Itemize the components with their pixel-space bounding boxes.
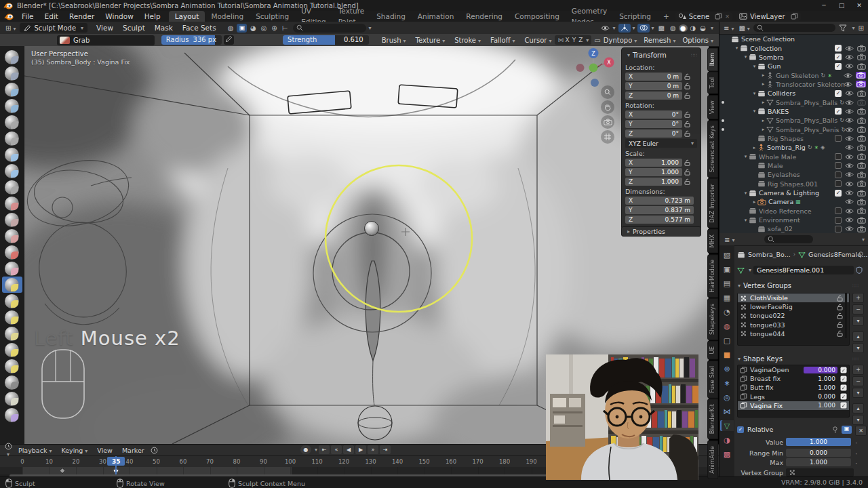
transform-field[interactable]: Z0° — [625, 129, 682, 138]
expand-icon[interactable]: ▾ — [743, 154, 749, 159]
sidebar-tab-blenderkit[interactable]: BlenderKit — [707, 399, 718, 439]
properties-collapsed-panel[interactable]: ▸ Properties — [621, 226, 701, 237]
lock-open-icon[interactable] — [837, 295, 843, 302]
expand-icon[interactable]: ▸ — [760, 127, 766, 132]
shape-key-move-up-button[interactable]: ▴ — [852, 403, 864, 413]
camera-toggle-icon[interactable] — [856, 81, 866, 87]
record-button[interactable]: ● — [300, 445, 311, 454]
workspace-tab-compositing[interactable]: Compositing — [509, 11, 566, 22]
next-keyframe-button[interactable]: » — [368, 445, 378, 454]
properties-tab-scene[interactable]: ◔ — [720, 306, 734, 317]
paint-mask-toggle[interactable]: ▣ — [237, 24, 247, 33]
eye-icon[interactable] — [845, 117, 854, 123]
viewport-menu-view[interactable]: View — [92, 22, 118, 34]
brush-cloth[interactable] — [2, 407, 22, 423]
editor-type-icon[interactable]: ≣▾ — [723, 236, 736, 243]
properties-tab-material[interactable]: ◑ — [720, 434, 734, 445]
shape-key-mute-checkbox[interactable]: ✓ — [841, 375, 847, 382]
brush-inflate[interactable] — [2, 146, 22, 163]
lock-open-icon[interactable] — [684, 92, 690, 99]
expand-icon[interactable]: ▾ — [734, 45, 740, 51]
timeline-menu-view[interactable]: View — [92, 447, 117, 454]
properties-tab-collection[interactable]: ▢ — [720, 335, 734, 346]
dropdown-stroke[interactable]: Stroke▾ — [451, 37, 484, 44]
play-button[interactable]: ▶ — [355, 445, 366, 454]
properties-tab-tool[interactable]: ▧ — [720, 249, 734, 260]
shape-key-row[interactable]: VaginaOpen0.000✓ — [738, 365, 849, 374]
xray-toggle[interactable]: ▩ — [657, 24, 666, 32]
copy-icon[interactable] — [715, 13, 722, 20]
outliner-row[interactable]: Rig Shapes — [719, 134, 868, 143]
jump-end-button[interactable]: ⇥ — [380, 445, 391, 454]
shape-key-specials-button[interactable]: ▾ — [852, 388, 864, 398]
expand-icon[interactable]: ▸ — [751, 199, 757, 205]
eye-icon[interactable] — [845, 144, 854, 150]
lock-open-icon[interactable] — [684, 73, 690, 80]
transform-field[interactable]: Y0.837 m — [625, 206, 694, 214]
outliner-row[interactable]: ▸Sombra_Phys_Penis↻ — [719, 125, 868, 134]
shape-key-value[interactable]: 0.000 — [804, 393, 837, 400]
properties-tab-physics[interactable]: ◎ — [720, 392, 734, 403]
outliner-row[interactable]: ▾Environment — [719, 216, 868, 224]
outliner-row[interactable]: ▸Sombra_Rig↻∗◈ — [719, 143, 868, 152]
shape-key-value[interactable]: 1.000 — [804, 375, 837, 382]
filter-funnel-icon[interactable] — [837, 24, 848, 32]
exclude-checkbox[interactable] — [835, 217, 842, 224]
camera-toggle-icon[interactable] — [857, 90, 866, 97]
lock-open-icon[interactable] — [837, 321, 843, 328]
add-workspace-button[interactable]: + — [657, 11, 675, 22]
exclude-checkbox[interactable] — [835, 162, 842, 169]
transform-field[interactable]: X0° — [625, 110, 682, 119]
brush-selector[interactable]: Grab — [57, 35, 155, 45]
lock-open-icon[interactable] — [837, 304, 843, 310]
outliner-row[interactable]: ▸Camera▦ — [719, 197, 868, 206]
radius-slider[interactable]: Radius 336 px — [161, 35, 222, 45]
outliner-row[interactable]: ▸Translocator Skeleton — [719, 80, 868, 89]
eye-icon[interactable] — [845, 127, 854, 133]
eye-icon[interactable] — [845, 181, 854, 187]
exclude-checkbox[interactable]: ✓ — [835, 190, 842, 197]
range-min-field[interactable]: 0.000 — [786, 449, 851, 457]
camera-toggle-icon[interactable] — [857, 162, 866, 169]
eye-icon[interactable] — [845, 108, 854, 115]
eye-icon[interactable] — [844, 73, 852, 79]
brush-blob[interactable] — [2, 163, 22, 179]
camera-toggle-icon[interactable] — [857, 199, 866, 205]
viewport-menu-mask[interactable]: Mask — [150, 22, 178, 34]
expand-icon[interactable]: ▸ — [751, 145, 757, 150]
fade-toggle[interactable]: ▭ — [593, 37, 601, 44]
brush-pose[interactable] — [2, 342, 22, 358]
eye-icon[interactable] — [845, 154, 854, 160]
expand-icon[interactable]: ▾ — [743, 190, 749, 196]
lock-open-icon[interactable] — [684, 130, 690, 137]
expand-icon[interactable]: ▾ — [743, 54, 749, 60]
workspace-tab-rendering[interactable]: Rendering — [460, 11, 509, 22]
outliner-row[interactable]: Scene Collection — [719, 35, 868, 43]
strength-slider[interactable]: Strength 0.610 — [283, 35, 369, 45]
datablock-name-field[interactable]: Genesis8Female.001 — [753, 266, 854, 274]
camera-toggle-icon[interactable] — [857, 117, 866, 124]
shading-material-button[interactable]: ◑ — [689, 24, 698, 32]
sidebar-tab-fuse-skel[interactable]: Fuse Skel — [707, 361, 718, 399]
radius-pressure-toggle[interactable] — [224, 35, 234, 45]
brush-elastic-deform[interactable] — [2, 293, 22, 309]
brush-crease[interactable] — [2, 179, 22, 195]
vertex-group-remove-button[interactable]: − — [852, 304, 864, 314]
shape-key-row[interactable]: Vagina Fix1.000✓ — [738, 401, 849, 410]
camera-toggle-icon[interactable] — [857, 226, 866, 232]
shape-key-row[interactable]: Breast fix1.000✓ — [738, 374, 849, 383]
shape-key-mute-checkbox[interactable]: ✓ — [841, 367, 847, 373]
workspace-tab-shading[interactable]: Shading — [370, 11, 412, 22]
brush-thumb[interactable] — [2, 325, 22, 342]
brush-nudge[interactable] — [2, 358, 22, 374]
vertex-group-add-button[interactable]: + — [852, 293, 864, 303]
overlays-toggle[interactable] — [637, 24, 650, 33]
dropdown-brush[interactable]: Brush▾ — [378, 37, 410, 44]
vertex-group-row[interactable]: tongue033 — [738, 321, 849, 329]
sidebar-tab-ue[interactable]: UE — [707, 341, 718, 360]
eye-icon[interactable] — [845, 54, 854, 60]
camera-toggle-icon[interactable] — [857, 153, 866, 160]
properties-search-input[interactable] — [764, 235, 812, 243]
sidebar-tab-animaide[interactable]: AnimAide — [707, 441, 718, 479]
brush-layer[interactable] — [2, 130, 22, 146]
